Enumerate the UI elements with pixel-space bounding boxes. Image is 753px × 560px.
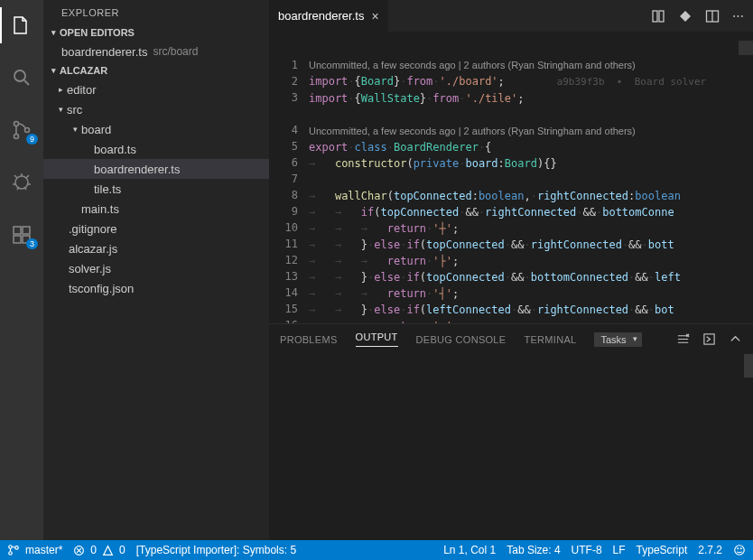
- codelens[interactable]: Uncommitted, a few seconds ago | 2 autho…: [309, 60, 636, 70]
- activity-debug[interactable]: [0, 164, 43, 201]
- extensions-badge: 3: [26, 238, 38, 249]
- output-body[interactable]: [269, 354, 753, 540]
- status-ts-version[interactable]: 2.7.2: [698, 544, 722, 556]
- activity-explorer[interactable]: [0, 7, 43, 43]
- more-icon[interactable]: ⋯: [732, 9, 744, 23]
- tree-folder-board[interactable]: ▾board: [43, 119, 269, 139]
- svg-point-2: [14, 135, 19, 139]
- status-bar: master* 0 0 [TypeScript Importer]: Symbo…: [0, 540, 753, 560]
- tab-bar: boardrenderer.ts × ⋯: [269, 0, 753, 32]
- activity-extensions[interactable]: 3: [0, 217, 43, 253]
- tree-file[interactable]: board.ts: [43, 139, 269, 159]
- status-language[interactable]: TypeScript: [637, 544, 688, 556]
- status-cursor[interactable]: Ln 1, Col 1: [443, 544, 496, 556]
- svg-point-19: [740, 548, 741, 549]
- svg-rect-12: [704, 334, 714, 344]
- status-eol[interactable]: LF: [613, 544, 626, 556]
- close-icon[interactable]: ×: [371, 9, 378, 23]
- activity-bar: 9 3: [0, 0, 43, 540]
- tree-folder-src[interactable]: ▾src: [43, 99, 269, 119]
- open-log-icon[interactable]: [702, 332, 716, 346]
- svg-point-17: [735, 546, 745, 555]
- chevron-down-icon: ▾: [69, 125, 81, 134]
- activity-search[interactable]: [0, 60, 43, 96]
- editor-area: boardrenderer.ts × ⋯ 123 456789101112131…: [269, 0, 753, 540]
- svg-point-15: [15, 546, 19, 550]
- chevron-down-icon: ▾: [54, 105, 67, 114]
- tree-file[interactable]: solver.js: [43, 258, 269, 278]
- bottom-panel: PROBLEMS OUTPUT DEBUG CONSOLE TERMINAL T…: [269, 323, 753, 540]
- maximize-panel-icon[interactable]: [729, 332, 742, 346]
- panel-scrollbar[interactable]: [744, 354, 753, 378]
- line-gutter: 123 45678910111213141516: [269, 32, 309, 323]
- status-feedback-icon[interactable]: [733, 544, 746, 556]
- chevron-down-icon: ▾: [47, 66, 60, 75]
- tree-folder-editor[interactable]: ▸editor: [43, 79, 269, 99]
- status-branch[interactable]: master*: [7, 544, 62, 556]
- tree-file[interactable]: main.ts: [43, 199, 269, 219]
- status-encoding[interactable]: UTF-8: [572, 544, 602, 556]
- compare-changes-icon[interactable]: [651, 9, 665, 23]
- status-symbols[interactable]: [TypeScript Importer]: Symbols: 5: [136, 544, 296, 556]
- panel-tab-debug[interactable]: DEBUG CONSOLE: [416, 334, 507, 345]
- editor-tab[interactable]: boardrenderer.ts ×: [269, 0, 389, 32]
- minimap-scrollbar[interactable]: [739, 41, 753, 55]
- svg-rect-6: [23, 227, 30, 234]
- open-editor-item[interactable]: boardrenderer.ts src/board: [43, 42, 269, 61]
- scm-badge: 9: [26, 134, 38, 145]
- open-changes-icon[interactable]: [678, 9, 693, 23]
- chevron-down-icon: ▾: [47, 28, 60, 37]
- status-tabsize[interactable]: Tab Size: 4: [507, 544, 560, 556]
- svg-point-0: [14, 70, 25, 81]
- project-header[interactable]: ▾ ALCAZAR: [43, 61, 269, 79]
- activity-scm[interactable]: 9: [0, 112, 43, 148]
- file-tree: ▸editor ▾src ▾board board.ts boardrender…: [43, 79, 269, 298]
- clear-output-icon[interactable]: [676, 332, 690, 346]
- tree-file[interactable]: tile.ts: [43, 179, 269, 199]
- svg-point-13: [9, 546, 13, 549]
- svg-point-14: [9, 552, 13, 555]
- code-editor[interactable]: 123 45678910111213141516 Uncommitted, a …: [269, 32, 753, 323]
- tree-file[interactable]: .gitignore: [43, 219, 269, 238]
- status-errors[interactable]: 0 0: [73, 544, 125, 556]
- inline-blame: a9b39f3b • Board solver: [557, 76, 707, 88]
- tree-file[interactable]: alcazar.js: [43, 238, 269, 258]
- panel-tab-terminal[interactable]: TERMINAL: [524, 334, 576, 345]
- svg-rect-5: [14, 227, 21, 234]
- svg-point-3: [25, 128, 30, 133]
- code-content[interactable]: Uncommitted, a few seconds ago | 2 autho…: [309, 32, 753, 323]
- svg-point-1: [14, 122, 19, 126]
- sidebar-title: EXPLORER: [43, 0, 269, 23]
- svg-point-18: [738, 548, 739, 549]
- panel-tab-problems[interactable]: PROBLEMS: [280, 334, 338, 345]
- panel-tab-output[interactable]: OUTPUT: [356, 331, 398, 347]
- chevron-right-icon: ▸: [54, 85, 67, 94]
- svg-point-4: [15, 176, 28, 189]
- svg-rect-7: [14, 236, 21, 243]
- svg-rect-9: [653, 11, 657, 22]
- output-channel-select[interactable]: Tasks: [594, 332, 641, 347]
- open-editors-header[interactable]: ▾ OPEN EDITORS: [43, 23, 269, 42]
- explorer-sidebar: EXPLORER ▾ OPEN EDITORS boardrenderer.ts…: [43, 0, 269, 540]
- tree-file-active[interactable]: boardrenderer.ts: [43, 159, 269, 179]
- codelens[interactable]: Uncommitted, a few seconds ago | 2 autho…: [309, 126, 636, 136]
- tree-file[interactable]: tsconfig.json: [43, 278, 269, 298]
- svg-rect-10: [659, 11, 664, 22]
- split-editor-icon[interactable]: [705, 9, 720, 23]
